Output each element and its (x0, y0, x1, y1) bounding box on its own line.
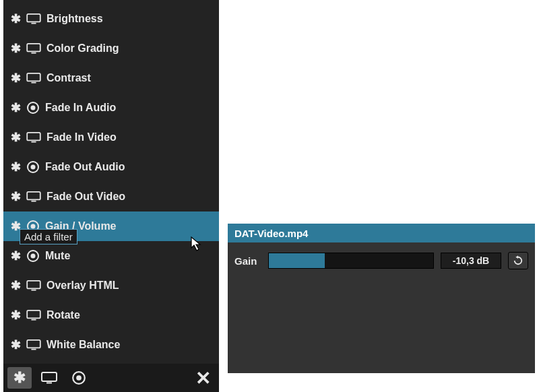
filter-label: Contrast (46, 72, 91, 84)
filter-label: Mute (45, 250, 70, 262)
svg-rect-23 (31, 349, 36, 350)
filter-label: Fade Out Audio (45, 161, 125, 173)
svg-rect-2 (27, 44, 40, 52)
filter-label: Fade In Video (46, 131, 117, 143)
filter-item-contrast[interactable]: ✱ Contrast (3, 63, 219, 93)
filter-label: Rotate (46, 309, 80, 321)
filter-list-panel: ✱ Brightness ✱ Color Grading ✱ Contrast … (3, 0, 219, 392)
filter-label: Fade In Audio (45, 102, 116, 114)
filter-item-mute[interactable]: ✱ Mute (3, 241, 219, 271)
filter-label: Overlay HTML (46, 280, 119, 292)
filter-list: ✱ Brightness ✱ Color Grading ✱ Contrast … (3, 0, 219, 364)
screen-icon (26, 43, 41, 54)
filter-item-fade-out-video[interactable]: ✱ Fade Out Video (3, 182, 219, 211)
audio-category-button[interactable] (67, 367, 91, 389)
svg-point-7 (31, 106, 36, 110)
filter-item-fade-in-audio[interactable]: ✱ Fade In Audio (3, 93, 219, 123)
audio-icon (26, 160, 40, 174)
svg-rect-25 (46, 383, 52, 384)
close-button[interactable]: ✕ (191, 367, 215, 389)
svg-rect-22 (27, 340, 40, 348)
svg-rect-5 (31, 82, 36, 84)
asterisk-icon: ✱ (10, 13, 21, 24)
asterisk-icon: ✱ (10, 339, 21, 350)
screen-icon (26, 73, 41, 84)
svg-point-11 (31, 165, 36, 170)
filter-item-rotate[interactable]: ✱ Rotate (3, 300, 219, 330)
filter-item-gain-volume[interactable]: ✱ Gain / Volume (3, 211, 219, 241)
screen-icon (26, 310, 41, 321)
properties-body: Gain -10,3 dB (228, 242, 535, 279)
gain-row: Gain -10,3 dB (234, 252, 528, 269)
svg-point-27 (76, 375, 82, 381)
filter-label: Fade Out Video (46, 191, 125, 203)
svg-rect-18 (27, 281, 40, 289)
screen-icon (26, 13, 41, 24)
asterisk-icon: ✱ (10, 73, 21, 84)
svg-rect-0 (27, 14, 40, 22)
audio-icon (26, 101, 40, 115)
filter-properties-panel: DAT-Video.mp4 Gain -10,3 dB (228, 224, 535, 373)
reset-button[interactable] (508, 252, 528, 269)
gain-slider-fill (269, 253, 325, 268)
filter-item-fade-in-video[interactable]: ✱ Fade In Video (3, 123, 219, 152)
asterisk-icon: ✱ (14, 372, 25, 383)
screen-icon (26, 339, 41, 350)
gain-slider[interactable] (268, 253, 434, 269)
filter-label: Color Grading (46, 42, 119, 55)
svg-rect-8 (27, 133, 40, 141)
audio-icon (26, 249, 40, 263)
filter-label: Brightness (46, 13, 103, 25)
filter-label: White Balance (46, 339, 120, 351)
svg-rect-19 (31, 290, 36, 291)
asterisk-icon: ✱ (10, 132, 21, 143)
file-name: DAT-Video.mp4 (234, 228, 308, 239)
gain-value-field[interactable]: -10,3 dB (441, 253, 501, 269)
svg-rect-13 (31, 201, 36, 202)
svg-rect-20 (27, 311, 40, 319)
screen-icon (26, 191, 41, 202)
asterisk-icon: ✱ (10, 280, 21, 291)
asterisk-icon: ✱ (10, 102, 21, 113)
properties-title: DAT-Video.mp4 (228, 224, 535, 242)
svg-rect-1 (31, 23, 36, 24)
video-category-button[interactable] (37, 367, 61, 389)
add-filter-button[interactable]: ✱ (7, 367, 32, 389)
screen-icon (26, 132, 41, 143)
gain-label: Gain (234, 255, 261, 267)
svg-rect-21 (31, 319, 36, 321)
filter-toolbar: ✱ ✕ (3, 364, 219, 392)
filter-item-brightness[interactable]: ✱ Brightness (3, 4, 219, 34)
asterisk-icon: ✱ (10, 162, 21, 172)
asterisk-icon: ✱ (10, 43, 21, 54)
svg-rect-12 (27, 192, 40, 200)
asterisk-icon: ✱ (10, 310, 21, 321)
svg-rect-9 (31, 141, 36, 143)
screen-icon (26, 280, 41, 291)
svg-point-17 (31, 254, 36, 259)
asterisk-icon: ✱ (10, 251, 21, 261)
asterisk-icon: ✱ (10, 191, 21, 202)
svg-rect-3 (31, 53, 36, 54)
filter-item-fade-out-audio[interactable]: ✱ Fade Out Audio (3, 152, 219, 182)
filter-item-overlay-html[interactable]: ✱ Overlay HTML (3, 271, 219, 300)
asterisk-icon: ✱ (10, 221, 21, 232)
svg-point-15 (31, 224, 36, 229)
audio-icon (26, 220, 40, 233)
svg-rect-4 (27, 73, 40, 81)
filter-label: Gain / Volume (45, 220, 117, 232)
filter-item-white-balance[interactable]: ✱ White Balance (3, 330, 219, 360)
svg-rect-24 (42, 372, 57, 381)
filter-item-color-grading[interactable]: ✱ Color Grading (3, 34, 219, 63)
close-icon: ✕ (195, 367, 211, 389)
